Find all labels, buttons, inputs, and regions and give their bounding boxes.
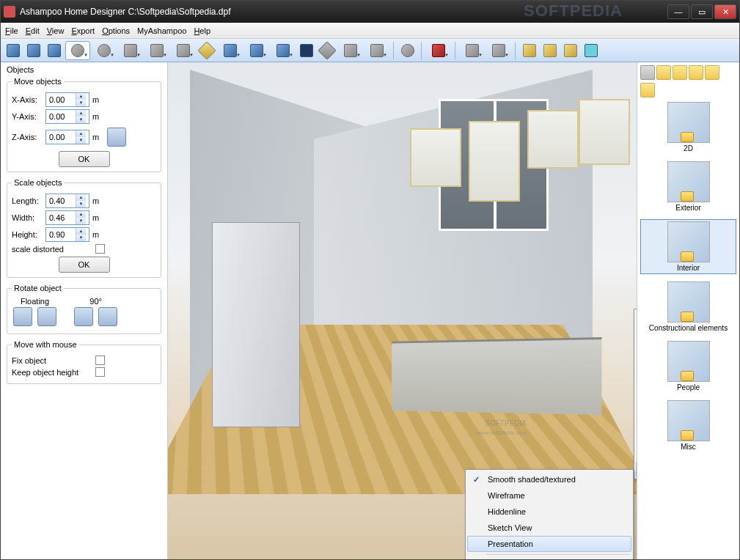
catalog-panel: 2DExteriorInteriorConstructional element… bbox=[637, 62, 739, 559]
menu-item-sketch-view[interactable]: Sketch View bbox=[467, 520, 631, 536]
tool-floor[interactable] bbox=[318, 41, 337, 60]
3d-viewport[interactable]: SOFTPEDIA www.softpedia.com Show allLoad… bbox=[168, 62, 637, 559]
scale-distorted-checkbox[interactable] bbox=[95, 244, 105, 254]
scale-distorted-label: scale distorted bbox=[12, 245, 92, 254]
scale-ok-button[interactable]: OK bbox=[59, 257, 110, 273]
tool-slab[interactable] bbox=[338, 41, 363, 60]
toolbar-separator bbox=[421, 42, 422, 59]
toolbar bbox=[1, 39, 739, 62]
folder-icon bbox=[681, 251, 694, 262]
x-axis-input[interactable] bbox=[46, 95, 76, 104]
tool-box-2[interactable] bbox=[244, 41, 269, 60]
tool-view-1[interactable] bbox=[460, 41, 485, 60]
menu-item-add-measurement[interactable]: Add measurement bbox=[636, 391, 637, 408]
tool-01[interactable] bbox=[4, 41, 23, 60]
menu-item-save-as-image[interactable]: Save as image... bbox=[636, 359, 637, 375]
objects-panel: Objects Move objects X-Axis: ▲▼ m Y-Axis… bbox=[1, 62, 168, 559]
catalog-tab-home[interactable] bbox=[640, 65, 655, 80]
width-input[interactable] bbox=[46, 213, 76, 222]
rotate-90-right[interactable] bbox=[98, 307, 117, 326]
tool-diamond[interactable] bbox=[197, 41, 216, 60]
length-spinner[interactable]: ▲▼ bbox=[45, 194, 89, 208]
category-people[interactable]: People bbox=[640, 339, 736, 393]
catalog-tab-folder[interactable] bbox=[640, 83, 655, 97]
rotate-object-group: Rotate object Floating 90° bbox=[7, 284, 161, 334]
tool-room-1[interactable] bbox=[118, 41, 143, 60]
move-legend: Move objects bbox=[12, 77, 64, 86]
menu-item-raytrace[interactable]: Raytrace bbox=[636, 343, 637, 359]
rotate-float-left[interactable] bbox=[13, 307, 32, 326]
category-misc[interactable]: Misc bbox=[640, 399, 736, 452]
tool-zoom[interactable] bbox=[398, 41, 417, 60]
z-axis-spinner[interactable]: ▲▼ bbox=[45, 130, 89, 144]
menu-item-show-all[interactable]: Show all bbox=[636, 311, 637, 327]
tool-measure-2[interactable] bbox=[541, 41, 560, 60]
length-label: Length: bbox=[12, 196, 43, 205]
menu-item-hiddenline[interactable]: Hiddenline bbox=[467, 504, 631, 520]
tool-box-3[interactable] bbox=[271, 41, 296, 60]
rotate-float-right[interactable] bbox=[37, 307, 56, 326]
catalog-tab-camera[interactable] bbox=[705, 65, 719, 80]
category-constructional-elements[interactable]: Constructional elements bbox=[640, 280, 736, 334]
menu-edit[interactable]: Edit bbox=[26, 26, 40, 35]
tool-measure-1[interactable] bbox=[520, 41, 539, 60]
menu-item-load-object[interactable]: Load object... bbox=[636, 327, 637, 343]
x-axis-spinner[interactable]: ▲▼ bbox=[45, 92, 89, 107]
tool-grid[interactable] bbox=[297, 41, 316, 60]
menu-item-background[interactable]: Background bbox=[636, 445, 637, 461]
menu-item-smooth-shaded-textured[interactable]: Smooth shaded/textured bbox=[467, 471, 631, 487]
tool-undo[interactable] bbox=[65, 41, 90, 60]
tool-03[interactable] bbox=[45, 41, 64, 60]
width-spinner[interactable]: ▲▼ bbox=[45, 210, 89, 225]
category-label: Exterior bbox=[642, 204, 735, 212]
move-apply-icon[interactable] bbox=[107, 128, 126, 147]
category-exterior[interactable]: Exterior bbox=[640, 160, 736, 213]
y-axis-input[interactable] bbox=[46, 112, 76, 121]
category-thumb bbox=[667, 341, 710, 382]
menu-item-add-snap-points[interactable]: Add snap points bbox=[636, 375, 637, 391]
menu-help[interactable]: Help bbox=[194, 26, 210, 35]
tool-room-2[interactable] bbox=[144, 41, 169, 60]
z-axis-input[interactable] bbox=[46, 133, 76, 141]
tool-slab-2[interactable] bbox=[364, 41, 389, 60]
app-icon bbox=[4, 6, 15, 18]
minimize-button[interactable]: — bbox=[667, 4, 689, 19]
close-button[interactable]: ✕ bbox=[714, 4, 736, 19]
catalog-tab-up[interactable] bbox=[689, 65, 703, 80]
menu-item-add-measurement-connected[interactable]: Add measurement (Connected) bbox=[636, 408, 637, 424]
tool-redo[interactable] bbox=[92, 41, 117, 60]
category-interior[interactable]: Interior bbox=[640, 219, 736, 274]
catalog-tab-grid[interactable] bbox=[656, 65, 671, 80]
rotate-90-left[interactable] bbox=[74, 307, 93, 326]
rotate-legend: Rotate object bbox=[12, 284, 64, 292]
tool-room-3[interactable] bbox=[171, 41, 196, 60]
menu-item-orthographic-view[interactable]: Orthographic view bbox=[467, 557, 631, 559]
tool-box-1[interactable] bbox=[218, 41, 243, 60]
catalog-tab-text[interactable] bbox=[673, 65, 687, 80]
tool-view-2[interactable] bbox=[486, 41, 511, 60]
fix-object-checkbox[interactable] bbox=[95, 355, 105, 365]
category-2d[interactable]: 2D bbox=[640, 100, 736, 154]
menu-options[interactable]: Options bbox=[102, 26, 130, 35]
tool-02[interactable] bbox=[24, 41, 43, 60]
menu-item-wireframe[interactable]: Wireframe bbox=[467, 487, 631, 504]
move-ok-button[interactable]: OK bbox=[59, 151, 110, 167]
menu-item-display-mode[interactable]: Display mode bbox=[636, 461, 637, 477]
tool-cut[interactable] bbox=[582, 41, 601, 60]
maximize-button[interactable]: ▭ bbox=[691, 4, 713, 19]
tool-render[interactable] bbox=[426, 41, 451, 60]
menu-myashampoo[interactable]: MyAshampoo bbox=[137, 26, 186, 35]
keep-height-checkbox[interactable] bbox=[95, 367, 105, 377]
y-axis-spinner[interactable]: ▲▼ bbox=[45, 109, 89, 124]
menu-item-raytrace-options[interactable]: Raytrace options bbox=[636, 424, 637, 440]
menu-export[interactable]: Export bbox=[71, 26, 95, 35]
category-thumb bbox=[667, 161, 710, 202]
menu-view[interactable]: View bbox=[47, 26, 65, 35]
menu-separator bbox=[486, 554, 630, 555]
tool-measure-3[interactable] bbox=[561, 41, 580, 60]
height-input[interactable] bbox=[46, 230, 76, 239]
length-input[interactable] bbox=[46, 196, 76, 205]
menu-file[interactable]: File bbox=[5, 26, 18, 35]
height-spinner[interactable]: ▲▼ bbox=[45, 227, 89, 242]
menu-item-presentation[interactable]: Presentation bbox=[467, 536, 631, 552]
